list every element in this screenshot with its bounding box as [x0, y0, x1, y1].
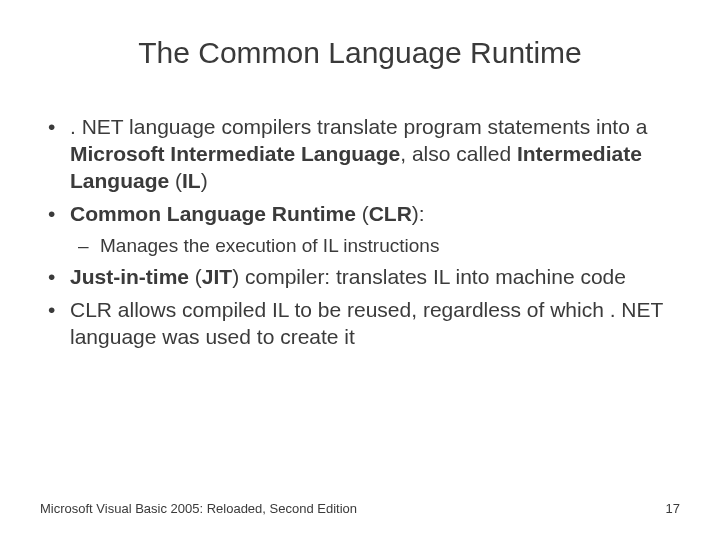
text: (: [356, 202, 369, 225]
text: ): [201, 169, 208, 192]
text-bold: CLR: [369, 202, 412, 225]
text: (: [169, 169, 182, 192]
slide-body: . NET language compilers translate progr…: [40, 114, 680, 350]
bullet-list: . NET language compilers translate progr…: [40, 114, 680, 350]
page-number: 17: [666, 501, 680, 516]
bullet-item: Just-in-time (JIT) compiler: translates …: [40, 264, 680, 291]
text: CLR allows compiled IL to be reused, reg…: [70, 298, 663, 348]
text: , also called: [400, 142, 517, 165]
bullet-item: Common Language Runtime (CLR): Manages t…: [40, 201, 680, 258]
bullet-item: CLR allows compiled IL to be reused, reg…: [40, 297, 680, 351]
sub-bullet-item: Manages the execution of IL instructions: [70, 234, 680, 258]
text: ) compiler: translates IL into machine c…: [232, 265, 626, 288]
slide: The Common Language Runtime . NET langua…: [0, 0, 720, 540]
text-bold: Just-in-time: [70, 265, 189, 288]
text-bold: IL: [182, 169, 201, 192]
text: Manages the execution of IL instructions: [100, 235, 439, 256]
text-bold: Microsoft Intermediate Language: [70, 142, 400, 165]
text: ):: [412, 202, 425, 225]
footer-left: Microsoft Visual Basic 2005: Reloaded, S…: [40, 501, 357, 516]
text-bold: Common Language Runtime: [70, 202, 356, 225]
bullet-item: . NET language compilers translate progr…: [40, 114, 680, 195]
text: (: [189, 265, 202, 288]
sub-bullet-list: Manages the execution of IL instructions: [70, 234, 680, 258]
text-bold: JIT: [202, 265, 232, 288]
text: . NET language compilers translate progr…: [70, 115, 647, 138]
slide-footer: Microsoft Visual Basic 2005: Reloaded, S…: [40, 501, 680, 516]
slide-title: The Common Language Runtime: [40, 36, 680, 70]
